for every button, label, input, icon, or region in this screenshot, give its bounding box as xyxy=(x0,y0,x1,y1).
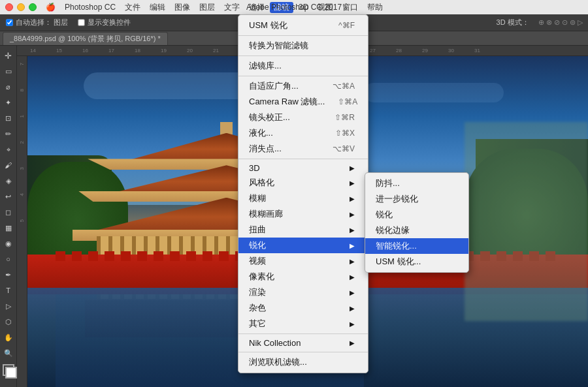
filter-menu-item-smart[interactable]: 转换为智能滤镜 xyxy=(238,38,368,54)
pen-tool[interactable]: ✒ xyxy=(1,268,16,282)
eyedropper-tool[interactable]: ✏ xyxy=(1,127,16,141)
left-toolbar: ✛ ▭ ⌀ ✦ ⊡ ✏ ⌖ 🖌 ◈ ↩ ◻ ▦ ◉ ○ ✒ T ▷ ⬡ ✋ 🔍 xyxy=(0,46,17,387)
show-controls-group: 显示变换控件 xyxy=(77,18,131,27)
auto-select-checkbox[interactable] xyxy=(6,19,12,25)
sharpen-item-stabilize[interactable]: 防抖... xyxy=(365,176,468,191)
gradient-tool[interactable]: ▦ xyxy=(1,221,16,235)
filter-separator-5 xyxy=(238,333,368,334)
lasso-tool[interactable]: ⌀ xyxy=(1,80,16,94)
foreground-color[interactable] xyxy=(3,364,14,376)
traffic-lights[interactable] xyxy=(5,3,37,11)
filter-menu-item-blur-gallery[interactable]: 模糊画廊 ▶ xyxy=(238,206,368,222)
dodge-tool[interactable]: ○ xyxy=(1,252,16,266)
filter-menu-item-render[interactable]: 渲染 ▶ xyxy=(238,285,368,300)
marquee-tool[interactable]: ▭ xyxy=(1,64,16,78)
brush-tool[interactable]: 🖌 xyxy=(1,158,16,172)
menu-edit[interactable]: 编辑 xyxy=(146,2,169,13)
apple-menu[interactable]: 🍎 xyxy=(42,3,59,12)
filter-menu-item-pixelate[interactable]: 像素化 ▶ xyxy=(238,269,368,285)
quick-select-tool[interactable]: ✦ xyxy=(1,95,16,110)
filter-menu-item-3d[interactable]: 3D ▶ xyxy=(238,161,368,175)
maximize-button[interactable] xyxy=(29,3,37,11)
clone-tool[interactable]: ◈ xyxy=(1,174,16,188)
filter-menu-item-liquify[interactable]: 液化... ⇧⌘X xyxy=(238,125,368,141)
menu-layer[interactable]: 图层 xyxy=(195,2,219,13)
hand-tool[interactable]: ✋ xyxy=(1,330,16,345)
filter-menu-item-distort[interactable]: 扭曲 ▶ xyxy=(238,222,368,238)
menu-help[interactable]: 帮助 xyxy=(363,2,387,13)
move-tool[interactable]: ✛ xyxy=(1,48,16,63)
minimize-button[interactable] xyxy=(17,3,25,11)
sharpen-item-edges[interactable]: 锐化边缘 xyxy=(365,223,468,238)
filter-separator-6 xyxy=(238,352,368,352)
eraser-tool[interactable]: ◻ xyxy=(1,205,16,219)
title-bar: 🍎 Photoshop CC 文件 编辑 图像 图层 文字 选择 滤镜 3D 视… xyxy=(0,0,588,14)
show-controls-checkbox[interactable] xyxy=(78,19,84,25)
filter-menu-item-other[interactable]: 其它 ▶ xyxy=(238,316,368,332)
filter-menu-item-blur[interactable]: 模糊 ▶ xyxy=(238,191,368,206)
menu-photoshop[interactable]: Photoshop CC xyxy=(61,3,120,12)
filter-menu-item-stylize[interactable]: 风格化 ▶ xyxy=(238,175,368,191)
sharpen-item-smart[interactable]: 智能锐化... xyxy=(365,238,468,254)
filter-separator-4 xyxy=(238,159,368,159)
filter-menu-item-video[interactable]: 视频 ▶ xyxy=(238,253,368,269)
shape-tool[interactable]: ⬡ xyxy=(1,315,16,329)
ruler-left: 7 8 1 2 3 4 5 xyxy=(17,56,27,387)
type-tool[interactable]: T xyxy=(1,283,16,298)
path-select-tool[interactable]: ▷ xyxy=(1,299,16,313)
filter-menu-item-adaptive[interactable]: 自适应广角... ⌥⌘A xyxy=(238,78,368,94)
sharpen-item-more[interactable]: 进一步锐化 xyxy=(365,191,468,207)
sharpen-item-sharpen[interactable]: 锐化 xyxy=(365,207,468,223)
filter-menu[interactable]: USM 锐化 ^⌘F 转换为智能滤镜 滤镜库... 自适应广角... ⌥⌘A C… xyxy=(238,14,368,373)
crop-tool[interactable]: ⊡ xyxy=(1,111,16,125)
3d-controls: ⊕ ⊗ ⊘ ⊙ ⊚ ▷ xyxy=(538,18,583,27)
filter-menu-item-browse[interactable]: 浏览联机滤镜... xyxy=(238,354,368,370)
mode-label: 3D 模式： xyxy=(497,18,529,27)
filter-menu-item-usm[interactable]: USM 锐化 ^⌘F xyxy=(238,18,368,33)
history-brush[interactable]: ↩ xyxy=(1,189,16,204)
filter-separator-3 xyxy=(238,76,368,76)
blur-tool[interactable]: ◉ xyxy=(1,236,16,251)
filter-menu-item-lens[interactable]: 镜头校正... ⇧⌘R xyxy=(238,110,368,125)
layer-label: 图层 xyxy=(54,18,68,27)
show-controls-label: 显示变换控件 xyxy=(88,18,131,27)
sharpen-submenu[interactable]: 防抖... 进一步锐化 锐化 锐化边缘 智能锐化... USM 锐化... xyxy=(365,172,469,273)
auto-select-group: 自动选择： 图层 xyxy=(5,18,68,27)
filter-menu-item-nik[interactable]: Nik Collection ▶ xyxy=(238,336,368,350)
menu-window[interactable]: 窗口 xyxy=(338,2,362,13)
document-tab[interactable]: _88A4999.psd @ 100% (背景 拷贝, RGB/16*) * xyxy=(3,32,168,45)
sharpen-item-usm[interactable]: USM 锐化... xyxy=(365,254,468,270)
menu-image[interactable]: 图像 xyxy=(171,2,194,13)
auto-select-label: 自动选择： xyxy=(16,18,52,27)
app-title: Adobe Photoshop CC 2017 xyxy=(246,3,342,12)
menu-file[interactable]: 文件 xyxy=(121,2,144,13)
zoom-tool[interactable]: 🔍 xyxy=(1,346,16,360)
filter-menu-item-camera-raw[interactable]: Camera Raw 滤镜... ⇧⌘A xyxy=(238,94,368,110)
healing-tool[interactable]: ⌖ xyxy=(1,142,16,157)
filter-menu-item-vanish[interactable]: 消失点... ⌥⌘V xyxy=(238,141,368,157)
filter-menu-item-gallery[interactable]: 滤镜库... xyxy=(238,58,368,74)
filter-separator-2 xyxy=(238,55,368,56)
filter-menu-item-sharpen[interactable]: 锐化 ▶ xyxy=(238,238,368,253)
close-button[interactable] xyxy=(5,3,13,11)
filter-separator-1 xyxy=(238,35,368,36)
filter-menu-item-noise[interactable]: 杂色 ▶ xyxy=(238,300,368,316)
menu-type[interactable]: 文字 xyxy=(220,2,244,13)
